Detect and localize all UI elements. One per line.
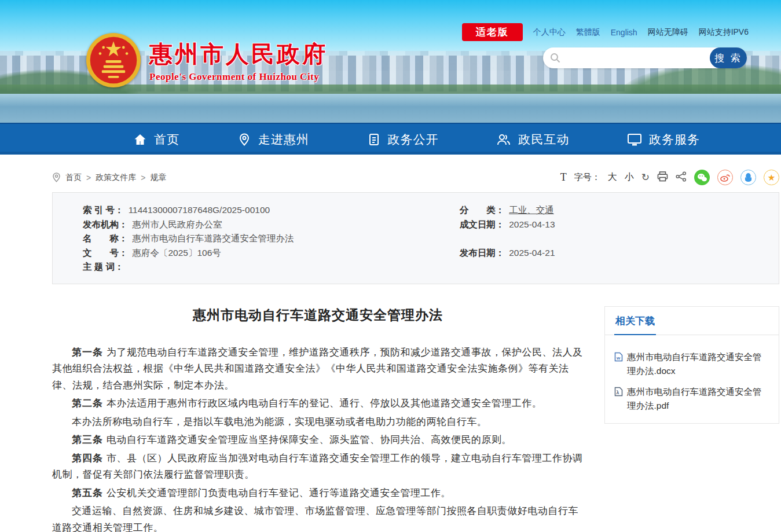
meta-keywords: 主 题 词： (83, 260, 460, 274)
search-input[interactable] (560, 49, 710, 67)
nav-item-about-huizhou[interactable]: 走进惠州 (237, 131, 309, 148)
breadcrumb-regulations[interactable]: 规章 (150, 173, 166, 183)
article-paragraph: 第五条 公安机关交通管理部门负责电动自行车登记、通行等道路交通安全管理工作。 (52, 485, 584, 501)
site-subtitle: People's Government of Huizhou City (149, 71, 328, 83)
utility-links: 适老版 个人中心 繁體版 English 网站无障碍 网站支持IPV6 (462, 23, 749, 41)
breadcrumb-toolbar-row: 首页 > 政策文件库 > 规章 T 字号： 大 小 ↻ (52, 170, 779, 185)
elder-mode-button[interactable]: 适老版 (462, 23, 523, 41)
favorite-star-icon: ★ (768, 173, 775, 183)
metadata-left-column: 索 引 号：11441300007187648G/2025-00100 发布机构… (83, 203, 460, 274)
main-nav: 首页 走进惠州 政务公开 政民互动 政务服务 (0, 123, 781, 155)
search-bar: 搜 索 (543, 47, 747, 68)
article-paragraph: 第四条 市、县（区）人民政府应当加强对电动自行车道路交通安全管理工作的领导，建立… (52, 450, 584, 483)
top-link-traditional-chinese[interactable]: 繁體版 (576, 27, 600, 38)
monitor-icon (627, 133, 642, 146)
word-file-icon: w (614, 352, 623, 362)
page-toolbar: T 字号： 大 小 ↻ ★ (560, 170, 779, 185)
location-pin-icon (52, 173, 61, 182)
location-icon (237, 133, 251, 146)
font-size-label: 字号： (574, 172, 600, 183)
site-logo[interactable]: 惠州市人民政府 People's Government of Huizhou C… (86, 32, 328, 88)
svg-text:λ: λ (617, 390, 619, 395)
metadata-right-column: 分 类：工业、交通 成文日期：2025-04-13 发布日期：2025-04-2… (460, 203, 756, 274)
article-paragraph: 第二条 本办法适用于惠州市行政区域内电动自行车的登记、通行、停放以及其他道路交通… (52, 395, 584, 412)
breadcrumb: 首页 > 政策文件库 > 规章 (52, 173, 166, 183)
main-content: 惠州市电动自行车道路交通安全管理办法 第一条 为了规范电动自行车道路交通安全管理… (52, 306, 779, 532)
font-size-t-icon: T (560, 171, 567, 184)
top-link-accessibility[interactable]: 网站无障碍 (648, 27, 688, 38)
top-link-english[interactable]: English (611, 28, 637, 37)
home-icon (133, 133, 147, 146)
breadcrumb-separator: > (141, 173, 145, 182)
favorite-button[interactable]: ★ (764, 170, 779, 185)
site-title: 惠州市人民政府 (149, 38, 328, 70)
breadcrumb-home[interactable]: 首页 (65, 173, 82, 183)
download-docx-link[interactable]: w 惠州市电动自行车道路交通安全管理办法.docx (614, 350, 769, 378)
document-title: 惠州市电动自行车道路交通安全管理办法 (52, 306, 584, 324)
nav-item-label: 政民互动 (518, 131, 569, 148)
search-button[interactable]: 搜 索 (710, 47, 747, 68)
share-icon (676, 171, 687, 182)
pdf-file-icon: λ (614, 387, 623, 397)
document-metadata: 索 引 号：11441300007187648G/2025-00100 发布机构… (52, 192, 779, 284)
wechat-icon (697, 173, 707, 182)
nav-item-label: 政务公开 (388, 131, 439, 148)
font-reset-button[interactable]: ↻ (641, 171, 650, 184)
article-paragraph: 第三条 电动自行车道路交通安全管理应当坚持保障安全、源头监管、协同共治、高效便民… (52, 431, 584, 448)
top-link-ipv6[interactable]: 网站支持IPV6 (699, 27, 749, 38)
national-emblem-icon (86, 32, 141, 88)
font-smaller-button[interactable]: 小 (625, 171, 634, 184)
nav-item-label: 政务服务 (649, 131, 700, 148)
article-paragraph: 第一条 为了规范电动自行车道路交通安全管理，维护道路交通秩序，预防和减少道路交通… (52, 344, 584, 394)
site-header: 惠州市人民政府 People's Government of Huizhou C… (0, 0, 781, 123)
nav-item-public-interaction[interactable]: 政民互动 (496, 131, 569, 148)
share-button[interactable] (676, 171, 687, 184)
meta-written-date: 成文日期：2025-04-13 (460, 218, 756, 232)
font-larger-button[interactable]: 大 (608, 171, 617, 184)
breadcrumb-policy-library[interactable]: 政策文件库 (96, 173, 136, 183)
related-downloads-list: w 惠州市电动自行车道路交通安全管理办法.docx λ 惠州市电动自行车道路交通… (605, 335, 779, 423)
weibo-icon (720, 173, 730, 182)
meta-issuing-agency: 发布机构：惠州市人民政府办公室 (83, 218, 460, 232)
article-paragraph: 本办法所称电动自行车，是指以车载电池为能源，实现电驱动或者电助力功能的两轮自行车… (52, 413, 584, 430)
meta-index-number: 索 引 号：11441300007187648G/2025-00100 (83, 203, 460, 218)
content-container: 首页 > 政策文件库 > 规章 T 字号： 大 小 ↻ (52, 170, 779, 532)
people-icon (496, 133, 511, 146)
qq-icon (744, 173, 753, 182)
nav-item-label: 走进惠州 (258, 131, 309, 148)
printer-icon (657, 171, 668, 182)
meta-category-link[interactable]: 工业、交通 (509, 203, 554, 218)
article: 惠州市电动自行车道路交通安全管理办法 第一条 为了规范电动自行车道路交通安全管理… (52, 306, 584, 532)
svg-text:w: w (616, 355, 621, 361)
related-downloads-header: 相关下载 (605, 307, 779, 335)
nav-item-home[interactable]: 首页 (133, 131, 179, 148)
download-file-name: 惠州市电动自行车道路交通安全管理办法.docx (627, 350, 769, 378)
search-icon (550, 53, 560, 63)
download-file-name: 惠州市电动自行车道路交通安全管理办法.pdf (627, 385, 769, 413)
related-downloads-title: 相关下载 (614, 307, 656, 335)
qq-share-button[interactable] (740, 170, 756, 185)
page: { "header": { "elder_mode_button": "适老版"… (0, 0, 781, 532)
meta-document-number: 文 号：惠府令〔2025〕106号 (83, 246, 460, 261)
top-link-personal-center[interactable]: 个人中心 (533, 27, 566, 38)
download-pdf-link[interactable]: λ 惠州市电动自行车道路交通安全管理办法.pdf (614, 385, 769, 413)
meta-title: 名 称：惠州市电动自行车道路交通安全管理办法 (83, 232, 460, 246)
header-river (0, 94, 781, 123)
print-button[interactable] (657, 171, 668, 184)
document-icon (367, 133, 381, 146)
nav-item-government-services[interactable]: 政务服务 (627, 131, 700, 148)
wechat-share-button[interactable] (694, 170, 710, 185)
meta-publish-date: 发布日期：2025-04-21 (460, 246, 756, 261)
article-paragraph: 交通运输、自然资源、住房和城乡建设、城市管理、市场监督管理、应急管理等部门按照各… (52, 502, 584, 532)
weibo-share-button[interactable] (717, 170, 733, 185)
nav-item-label: 首页 (154, 131, 179, 148)
nav-item-government-affairs[interactable]: 政务公开 (367, 131, 439, 148)
meta-category: 分 类：工业、交通 (460, 203, 756, 218)
breadcrumb-separator: > (86, 173, 91, 182)
related-downloads-panel: 相关下载 w 惠州市电动自行车道路交通安全管理办法.docx λ 惠州市电动自行… (604, 306, 779, 424)
